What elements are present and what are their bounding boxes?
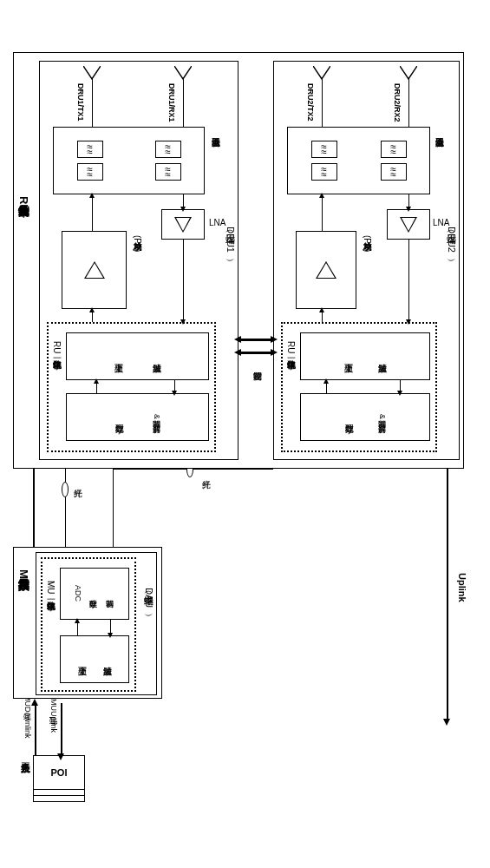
dru1-box: 远端（DRU1） RU端一体化数字模块 数字处理 调制器&解调器 上下变频 射频… [39, 61, 238, 460]
antenna-icon [83, 66, 101, 82]
dru2-duplex: ≈≈ ≈≈ ≈≈ ≈≈ [287, 127, 430, 194]
filter-icon: ≈≈ [311, 141, 337, 158]
dru1-tx-label: DRU1/TX1 [76, 83, 85, 122]
dru2-lna [387, 209, 430, 240]
dru2-box: 远端（DRU2） RU端一体化数字模块 数字处理 调制器&解调器 上下变频 射频… [273, 61, 460, 460]
filter-icon: ≈≈ [381, 163, 407, 181]
antenna-icon [174, 66, 192, 82]
dru1-rx-label: DRU1/RX1 [167, 83, 176, 122]
dru2-module-title: RU端一体化数字模块 [284, 341, 297, 353]
dru1-b1b: 调制器&解调器 [151, 414, 162, 419]
filter-icon: ≈≈ [311, 163, 337, 181]
antenna-icon [400, 66, 417, 82]
filter-icon: ≈≈ [77, 163, 103, 181]
mu-unit: 接入控制单元MU 中继端（DAU） MU端一体化数字模块 上下变频 射频滤波 A… [13, 547, 162, 699]
poi-block: POI [17, 755, 69, 804]
dru1-block-right: 上下变频 射频滤波 [66, 332, 209, 380]
filter-icon: ≈≈ [155, 141, 181, 158]
dru1-lna [161, 209, 205, 240]
dru2-b1b: 调制器&解调器 [376, 414, 388, 419]
dru2-pa [296, 231, 356, 309]
uplink-label: Uplink [457, 573, 467, 602]
dru1-module-title: RU端一体化数字模块 [50, 341, 62, 353]
dru1-module: RU端一体化数字模块 数字处理 调制器&解调器 上下变频 射频滤波 [47, 322, 216, 452]
dru1-block-left: 数字处理 调制器&解调器 [66, 393, 209, 441]
mu-module-title: MU端一体化数字模块 [44, 581, 56, 595]
mu-block2-top: ADC [74, 585, 82, 602]
fiber-ellipse-1 [62, 482, 69, 497]
dru1-pa-label: 功放模块(PA) [131, 235, 143, 252]
dru2-pa-label: 功放模块(PA) [361, 235, 373, 252]
filter-icon: ≈≈ [77, 141, 103, 158]
dru1-duplex: ≈≈ ≈≈ ≈≈ ≈≈ [53, 127, 205, 194]
dru2-block-left: 数字处理 调制器&解调器 [300, 393, 430, 441]
mu-downlink-label: MU端Downlink [22, 694, 33, 739]
dru2-lna-label: LNA [433, 218, 449, 227]
dru2-block-right: 上下变频 射频滤波 [300, 332, 430, 380]
mu-dau: 中继端（DAU） MU端一体化数字模块 上下变频 射频滤波 ADC 数字处理 调… [36, 552, 157, 695]
mu-module: MU端一体化数字模块 上下变频 射频滤波 ADC 数字处理 调制器 [41, 557, 136, 692]
filter-icon: ≈≈ [155, 163, 181, 181]
mu-relay-label: 中继端（DAU） [142, 588, 155, 608]
antenna-icon [313, 66, 330, 82]
dru1-lna-label: LNA [209, 218, 225, 227]
poi-label: POI [51, 767, 68, 778]
dru2-rx-label: DRU2/RX2 [393, 83, 402, 122]
dru1-label: 远端（DRU1） [224, 227, 237, 253]
mu-title: 接入控制单元MU [16, 569, 31, 587]
mu-block2: ADC 数字处理 调制器 [60, 568, 129, 620]
dru2-label: 远端（DRU2） [445, 227, 458, 253]
filter-icon: ≈≈ [381, 141, 407, 158]
mu-block1: 上下变频 射频滤波 [60, 635, 129, 683]
dru1-pa [62, 231, 127, 309]
mu-uplink-label: MU端Uplink [48, 699, 59, 733]
ru-title: 备份控制单元RU [16, 196, 31, 213]
dru2-module: RU端一体化数字模块 数字处理 调制器&解调器 上下变频 射频滤波 [281, 322, 437, 452]
dru2-tx-label: DRU2/TX2 [306, 83, 315, 122]
